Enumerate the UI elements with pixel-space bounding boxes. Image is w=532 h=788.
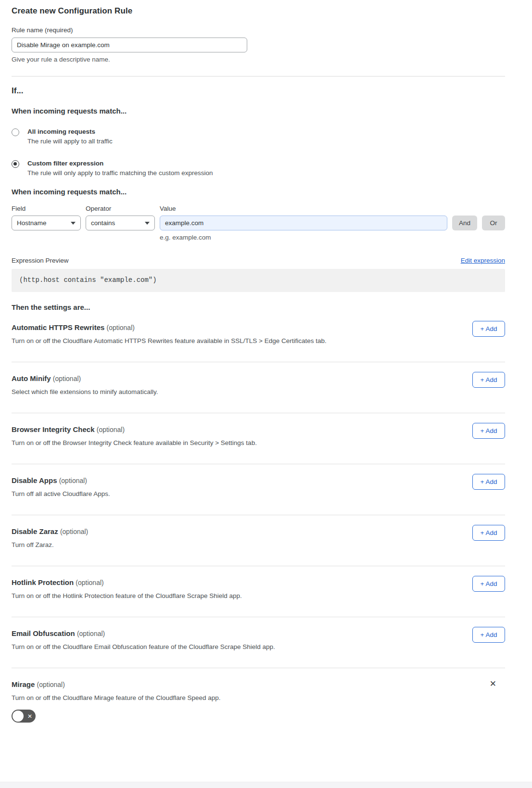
match-heading: When incoming requests match... — [12, 107, 505, 115]
optional-label: (optional) — [77, 630, 105, 637]
create-rule-form: Create new Configuration Rule Rule name … — [12, 0, 505, 742]
add-button[interactable]: + Add — [472, 627, 505, 643]
operator-label: Operator — [86, 205, 155, 212]
setting-description: Turn off all active Cloudflare Apps. — [12, 490, 505, 497]
setting-title: Disable Apps — [12, 476, 57, 484]
expression-preview-row: Expression Preview Edit expression — [12, 257, 505, 264]
add-button[interactable]: + Add — [472, 474, 505, 490]
add-button[interactable]: + Add — [472, 525, 505, 541]
then-settings-heading: Then the settings are... — [12, 303, 505, 311]
optional-label: (optional) — [60, 528, 88, 535]
mirage-toggle[interactable]: ✕ — [12, 710, 36, 723]
edit-expression-link[interactable]: Edit expression — [461, 257, 505, 264]
toggle-knob[interactable] — [13, 711, 24, 722]
expression-code: (http.host contains "example.com") — [12, 269, 505, 292]
setting-section-automatic-https-rewrites: Automatic HTTPS Rewrites (optional) Turn… — [12, 311, 505, 362]
chevron-down-icon — [71, 222, 76, 225]
add-button[interactable]: + Add — [472, 372, 505, 388]
optional-label: (optional) — [37, 681, 65, 688]
expression-preview-label: Expression Preview — [12, 257, 69, 264]
setting-description: Turn on or off the Cloudflare Automatic … — [12, 337, 505, 344]
setting-title: Auto Minify — [12, 374, 51, 382]
add-button[interactable]: + Add — [472, 423, 505, 439]
setting-description: Turn off Zaraz. — [12, 541, 505, 548]
setting-section-email-obfuscation: Email Obfuscation (optional) Turn on or … — [12, 617, 505, 668]
optional-label: (optional) — [53, 375, 81, 382]
builder-heading: When incoming requests match... — [12, 188, 505, 196]
setting-title: Disable Zaraz — [12, 527, 58, 535]
radio-icon[interactable] — [12, 128, 19, 136]
page-title: Create new Configuration Rule — [12, 6, 505, 16]
radio-icon[interactable] — [12, 160, 19, 168]
if-heading: If... — [12, 86, 505, 96]
add-button[interactable]: + Add — [472, 321, 505, 337]
setting-title: Browser Integrity Check — [12, 425, 95, 433]
setting-section-browser-integrity-check: Browser Integrity Check (optional) Turn … — [12, 413, 505, 464]
chevron-down-icon — [145, 222, 150, 225]
field-select[interactable]: Hostname — [12, 216, 81, 230]
setting-description: Turn on or off the Hotlink Protection fe… — [12, 592, 505, 599]
rule-name-input[interactable] — [12, 38, 247, 52]
field-select-value: Hostname — [17, 219, 47, 227]
close-icon[interactable]: ✕ — [490, 680, 496, 688]
radio-description: The rule will only apply to traffic matc… — [27, 169, 213, 177]
builder-labels-row: Field Operator Value — [12, 205, 505, 212]
setting-title: Email Obfuscation — [12, 629, 75, 637]
rule-name-label: Rule name (required) — [12, 26, 505, 34]
optional-label: (optional) — [107, 324, 135, 331]
or-button[interactable]: Or — [482, 216, 505, 230]
radio-label: Custom filter expression — [27, 160, 213, 167]
value-help: e.g. example.com — [160, 234, 447, 241]
add-button[interactable]: + Add — [472, 576, 505, 592]
setting-title: Hotlink Protection — [12, 578, 74, 586]
optional-label: (optional) — [97, 426, 125, 433]
radio-texts: All incoming requests The rule will appl… — [27, 128, 113, 145]
setting-section-disable-apps: Disable Apps (optional) Turn off all act… — [12, 464, 505, 515]
bottom-strip — [0, 782, 532, 788]
setting-title: Automatic HTTPS Rewrites — [12, 323, 104, 331]
setting-title: Mirage — [12, 680, 35, 688]
setting-section-disable-zaraz: Disable Zaraz (optional) Turn off Zaraz.… — [12, 515, 505, 566]
setting-description: Turn on or off the Cloudflare Email Obfu… — [12, 643, 505, 650]
operator-select[interactable]: contains — [86, 216, 155, 230]
radio-texts: Custom filter expression The rule will o… — [27, 160, 213, 177]
setting-description: Turn on or off the Cloudflare Mirage fea… — [12, 694, 505, 701]
and-button[interactable]: And — [452, 216, 477, 230]
setting-description: Turn on or off the Browser Integrity Che… — [12, 439, 505, 446]
radio-description: The rule will apply to all traffic — [27, 138, 113, 145]
operator-select-value: contains — [91, 219, 115, 227]
value-input[interactable] — [160, 216, 447, 230]
setting-section-auto-minify: Auto Minify (optional) Select which file… — [12, 362, 505, 413]
value-label: Value — [160, 205, 447, 212]
radio-custom-filter-expression[interactable]: Custom filter expression The rule will o… — [12, 160, 505, 177]
radio-label: All incoming requests — [27, 128, 113, 135]
setting-section-hotlink-protection: Hotlink Protection (optional) Turn on or… — [12, 566, 505, 617]
builder-help-row: e.g. example.com — [12, 234, 505, 241]
builder-controls-row: Hostname contains And Or — [12, 216, 505, 230]
toggle-off-x-icon: ✕ — [27, 713, 32, 719]
setting-description: Select which file extensions to minify a… — [12, 388, 505, 395]
setting-section-mirage: Mirage (optional) ✕ Turn on or off the C… — [12, 668, 505, 742]
radio-all-incoming-requests[interactable]: All incoming requests The rule will appl… — [12, 128, 505, 145]
field-label: Field — [12, 205, 81, 212]
rule-name-help: Give your rule a descriptive name. — [12, 56, 505, 63]
optional-label: (optional) — [59, 477, 87, 484]
section-divider — [12, 76, 505, 76]
optional-label: (optional) — [76, 579, 103, 586]
